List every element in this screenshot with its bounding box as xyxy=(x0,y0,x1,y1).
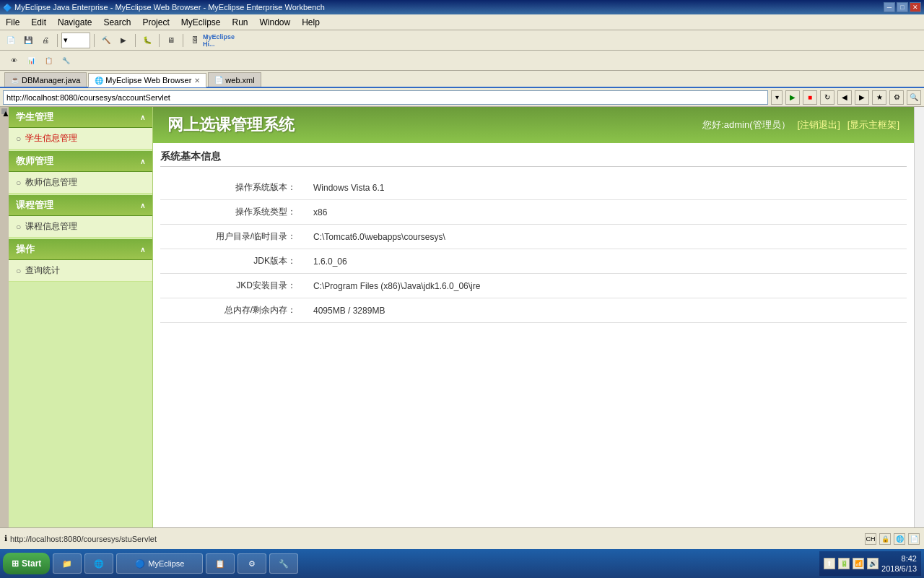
menu-edit[interactable]: Edit xyxy=(25,16,52,29)
bullet-icon-4: ○ xyxy=(16,266,21,276)
toolbar-sep-2 xyxy=(94,34,95,47)
taskbar-item-app3[interactable]: 🔧 xyxy=(269,553,298,574)
menu-myeclipse[interactable]: MyEclipse xyxy=(175,16,227,29)
perspective-btn[interactable]: 👁 xyxy=(6,53,22,69)
print-btn[interactable]: 🖨 xyxy=(38,33,53,48)
sidebar-header-teacher[interactable]: 教师管理 ∧ xyxy=(9,151,152,172)
perspective-btn2[interactable]: 📊 xyxy=(23,53,39,69)
stop-btn[interactable]: ■ xyxy=(803,90,817,105)
taskbar-item-eclipse[interactable]: 🔵 MyEclipse xyxy=(116,553,203,574)
title-bar: 🔷 MyEclipse Java Enterprise - MyEclipse … xyxy=(0,0,924,14)
sidebar-header-course[interactable]: 课程管理 ∧ xyxy=(9,195,152,216)
value-jdk-path: C:\Program Files (x86)\Java\jdk1.6.0_06\… xyxy=(305,274,907,298)
sidebar-item-course-info[interactable]: ○ 课程信息管理 xyxy=(9,216,152,238)
url-input[interactable] xyxy=(3,90,768,105)
value-user-dir: C:\Tomcat6.0\webapps\coursesys\ xyxy=(305,225,907,249)
db-btn[interactable]: 🗄 xyxy=(187,33,203,48)
menu-search[interactable]: Search xyxy=(97,16,136,29)
start-label: Start xyxy=(22,558,41,569)
value-jdk-version: 1.6.0_06 xyxy=(305,249,907,274)
bookmark-btn[interactable]: ★ xyxy=(872,90,886,105)
content-panel: 系统基本信息 操作系统版本： Windows Vista 6.1 操作系统类型：… xyxy=(153,143,914,330)
menu-file[interactable]: File xyxy=(0,16,25,29)
chevron-up-icon: ∧ xyxy=(140,113,145,121)
status-right: CH 🔒 🌐 📄 xyxy=(865,533,920,545)
app-header: 网上选课管理系统 您好:admin(管理员） [注销退出] [显示主框架] xyxy=(153,107,914,143)
close-button[interactable]: ✕ xyxy=(910,2,921,12)
table-row: JDK版本： 1.6.0_06 xyxy=(160,249,907,274)
bullet-icon-3: ○ xyxy=(16,222,21,232)
taskbar-item-app2[interactable]: ⚙ xyxy=(237,553,266,574)
tray-icon-2[interactable]: 🔋 xyxy=(838,558,850,569)
logout-link[interactable]: [注销退出] xyxy=(798,118,840,131)
sidebar-item-query[interactable]: ○ 查询统计 xyxy=(9,260,152,282)
tab-xml-icon: 📄 xyxy=(214,76,223,84)
new-btn[interactable]: 📄 xyxy=(3,33,19,48)
back-btn[interactable]: ◀ xyxy=(837,90,852,105)
perspective-btn4[interactable]: 🔧 xyxy=(58,53,74,69)
main-layout: ▲ 学生管理 ∧ ○ 学生信息管理 教师管理 ∧ xyxy=(0,107,924,527)
settings-btn[interactable]: ⚙ xyxy=(889,90,904,105)
debug-btn[interactable]: 🐛 xyxy=(139,33,155,48)
sidebar: 学生管理 ∧ ○ 学生信息管理 教师管理 ∧ ○ 教师信息管理 xyxy=(9,107,153,527)
tab-webbrowser[interactable]: 🌐 MyEclipse Web Browser ✕ xyxy=(88,73,206,87)
sidebar-header-student[interactable]: 学生管理 ∧ xyxy=(9,107,152,128)
toolbar-sep-1 xyxy=(57,34,58,47)
table-row: 操作系统类型： x86 xyxy=(160,200,907,225)
toolbar-1: 📄 💾 🖨 ▾ 🔨 ▶ 🐛 🖥 🗄 MyEclipse Hi... xyxy=(0,30,924,51)
menu-window[interactable]: Window xyxy=(254,16,297,29)
sidebar-header-operation[interactable]: 操作 ∧ xyxy=(9,239,152,260)
sidebar-item-teacher-info[interactable]: ○ 教师信息管理 xyxy=(9,172,152,194)
tab-webxml[interactable]: 📄 web.xml xyxy=(208,72,261,87)
toolbar-sep-4 xyxy=(159,34,160,47)
sidebar-section-teacher: 教师管理 ∧ ○ 教师信息管理 xyxy=(9,151,152,194)
content-area: 系统基本信息 操作系统版本： Windows Vista 6.1 操作系统类型：… xyxy=(153,143,914,527)
forward-btn[interactable]: ▶ xyxy=(855,90,869,105)
status-url: http://localhost:8080/coursesys/stuServl… xyxy=(10,535,862,543)
minimize-button[interactable]: ─ xyxy=(884,2,895,12)
tab-java-icon: ☕ xyxy=(11,76,19,84)
refresh-btn[interactable]: ↻ xyxy=(820,90,834,105)
myeclipse-logo: MyEclipse Hi... xyxy=(211,33,227,48)
tray-icon-4[interactable]: 🔊 xyxy=(867,558,879,569)
toolbar-dropdown-1[interactable]: ▾ xyxy=(61,33,90,48)
browser-extra-btn[interactable]: 🔍 xyxy=(907,90,921,105)
tray-icon-3[interactable]: 📶 xyxy=(853,558,864,569)
menu-project[interactable]: Project xyxy=(136,16,175,29)
menu-navigate[interactable]: Navigate xyxy=(52,16,97,29)
menu-run[interactable]: Run xyxy=(226,16,253,29)
show-frame-link[interactable]: [显示主框架] xyxy=(847,118,899,131)
run-btn[interactable]: ▶ xyxy=(116,33,131,48)
taskbar-item-chrome[interactable]: 🌐 xyxy=(84,553,113,574)
server-btn[interactable]: 🖥 xyxy=(163,33,179,48)
save-btn[interactable]: 💾 xyxy=(20,33,36,48)
label-jdk-path: JKD安装目录： xyxy=(160,274,305,298)
scroll-up-btn[interactable]: ▲ xyxy=(1,108,7,114)
build-btn[interactable]: 🔨 xyxy=(98,33,114,48)
right-scrollbar[interactable] xyxy=(914,107,924,527)
value-memory: 4095MB / 3289MB xyxy=(305,298,907,323)
tray-icon-1[interactable]: ⬆ xyxy=(824,558,835,569)
label-os-version: 操作系统版本： xyxy=(160,176,305,200)
taskbar-item-explorer[interactable]: 📁 xyxy=(53,553,82,574)
section-title: 系统基本信息 xyxy=(160,150,907,167)
system-tray: ⬆ 🔋 📶 🔊 8:42 2018/6/13 xyxy=(819,551,921,576)
start-button[interactable]: ⊞ Start xyxy=(3,553,50,574)
go-btn[interactable]: ▶ xyxy=(785,90,800,105)
url-dropdown-btn[interactable]: ▾ xyxy=(771,90,783,105)
toolbar-sep-5 xyxy=(183,34,183,47)
sidebar-item-student-info[interactable]: ○ 学生信息管理 xyxy=(9,128,152,150)
taskbar-item-app1[interactable]: 📋 xyxy=(206,553,235,574)
status-icon-4: 📄 xyxy=(908,533,920,545)
sidebar-section-student: 学生管理 ∧ ○ 学生信息管理 xyxy=(9,107,152,150)
label-memory: 总内存/剩余内存： xyxy=(160,298,305,323)
maximize-button[interactable]: □ xyxy=(897,2,908,12)
tab-dbmanager[interactable]: ☕ DBManager.java xyxy=(4,72,87,87)
tab-close-icon[interactable]: ✕ xyxy=(194,77,200,85)
menu-help[interactable]: Help xyxy=(296,16,326,29)
clock-time: 8:42 xyxy=(881,553,917,564)
perspective-btn3[interactable]: 📋 xyxy=(40,53,56,69)
info-table: 操作系统版本： Windows Vista 6.1 操作系统类型： x86 用户… xyxy=(160,176,907,323)
label-jdk-version: JDK版本： xyxy=(160,249,305,274)
sidebar-section-operation: 操作 ∧ ○ 查询统计 xyxy=(9,239,152,282)
